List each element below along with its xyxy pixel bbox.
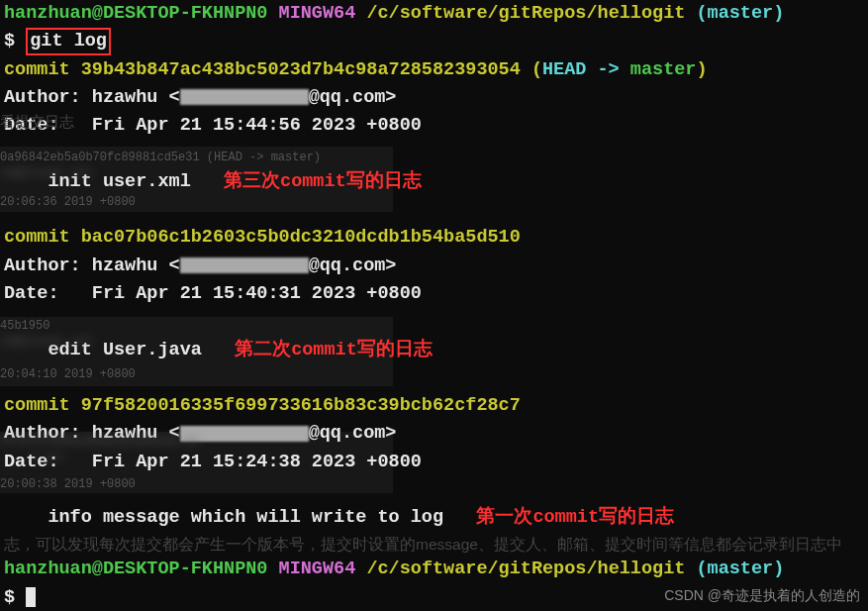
prompt-branch: (master)	[696, 3, 784, 24]
prompt-path: /c/software/gitRepos/hellogit	[366, 3, 685, 24]
commit-hash-line: commit 39b43b847ac438bc5023d7b4c98a72858…	[4, 56, 864, 84]
prompt-user: hanzhuan@DESKTOP-FKHNPN0	[4, 3, 267, 24]
prompt-line-1: hanzhuan@DESKTOP-FKHNPN0 MINGW64 /c/soft…	[4, 0, 864, 28]
commit-date-line: Date: Fri Apr 21 15:44:56 2023 +0800	[4, 112, 864, 140]
caption-bottom: 志，可以发现每次提交都会产生一个版本号，提交时设置的message、提交人、邮箱…	[4, 533, 864, 557]
commit-author-line: Author: hzawhu <xxxxxxxxxx@qq.com>	[4, 84, 864, 112]
annotation-2: 第二次commit写的日志	[235, 337, 433, 364]
annotation-1: 第一次commit写的日志	[476, 504, 674, 532]
commit-message-line: info message which will write to log 第一次…	[4, 504, 864, 532]
commit-date-line: Date: Fri Apr 21 15:40:31 2023 +0800	[4, 280, 864, 308]
commit-message-line: edit User.java 第二次commit写的日志	[4, 337, 864, 364]
commit-author-line: Author: hzawhu <xxxxxxxxxx@qq.com>	[4, 253, 864, 280]
cursor	[26, 587, 36, 607]
commit-hash-line: commit bac07b06c1b2603c5b0dc3210dcdb1b54…	[4, 224, 864, 252]
terminal-output: hanzhuan@DESKTOP-FKHNPN0 MINGW64 /c/soft…	[0, 0, 868, 611]
bg-text: 20:00:38 2019 +0800	[0, 477, 136, 493]
command-highlight-box: git log	[26, 28, 111, 55]
command-line: $ git log	[4, 28, 864, 55]
commit-hash-line: commit 97f5820016335f699733616b83c39bcb6…	[4, 392, 864, 420]
redacted-email: xxxxxxxxxx	[180, 257, 309, 273]
bg-caption-top: 看提交日志	[0, 112, 74, 132]
bg-text: 20:06:36 2019 +0800	[0, 195, 136, 211]
bg-text: 0a96842eb5a0b70fc89881cd5e31 (HEAD -> ma…	[0, 151, 321, 166]
annotation-3: 第三次commit写的日志	[224, 168, 422, 196]
prompt-env: MINGW64	[279, 3, 356, 24]
bg-text: lo@itcast.cn>	[0, 166, 93, 182]
watermark: CSDN @奇迹是执着的人创造的	[664, 585, 860, 606]
command-text: git log	[30, 31, 107, 51]
prompt-line-2: hanzhuan@DESKTOP-FKHNPN0 MINGW64 /c/soft…	[4, 556, 864, 583]
redacted-email: xxxxxxxxxx	[180, 89, 309, 105]
bg-text: 45b1950	[0, 319, 49, 335]
bg-text: t.cn>	[30, 451, 65, 466]
commit-date-line: Date: Fri Apr 21 15:24:38 2023 +0800	[4, 449, 864, 476]
commit-message-line: init user.xml 第三次commit写的日志	[4, 168, 864, 196]
bg-text: lo@itcast.cn>	[0, 335, 93, 351]
bg-text: 20:04:10 2019 +0800	[0, 367, 136, 383]
bg-text: 8f347bf56bb29948101dd624b.oc	[0, 435, 200, 451]
